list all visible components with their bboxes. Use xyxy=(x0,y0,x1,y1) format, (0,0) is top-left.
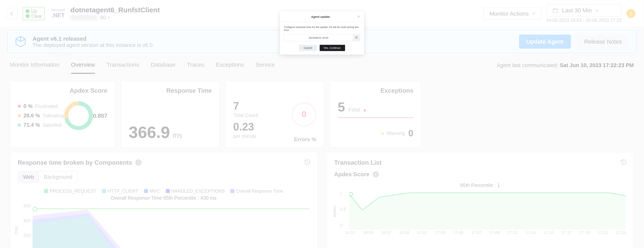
clock-picker-button[interactable] xyxy=(353,34,360,41)
confirm-button[interactable]: Yes, Continue. xyxy=(320,45,345,51)
schedule-datetime-input[interactable] xyxy=(284,34,353,41)
cancel-button[interactable]: Cancel xyxy=(299,45,317,51)
close-icon[interactable]: ✕ xyxy=(357,15,360,19)
clock-icon xyxy=(355,36,358,39)
modal-title: Agent update xyxy=(284,15,357,18)
agent-update-modal: Agent update ✕ Configure schedule time f… xyxy=(280,11,364,55)
modal-message: Configure schedule time for the update. … xyxy=(284,26,360,32)
